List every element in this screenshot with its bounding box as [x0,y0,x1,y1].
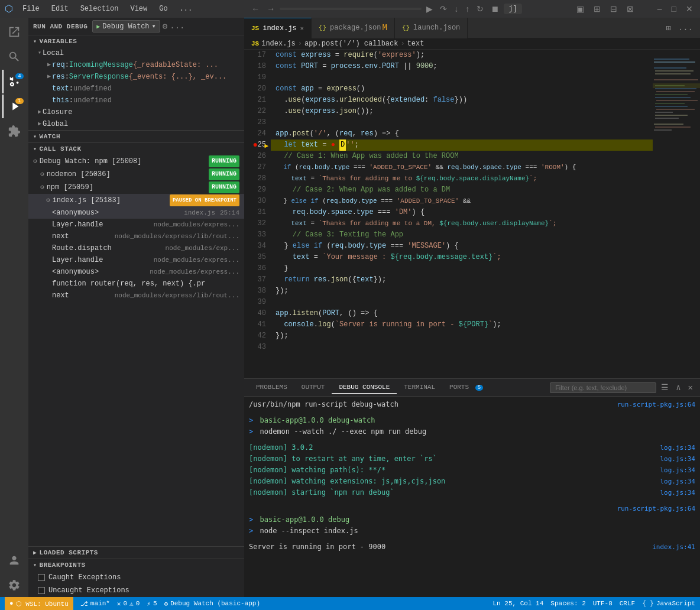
status-errors[interactable]: ✕ 0 ⚠ 0 [117,600,140,608]
status-debug-config[interactable]: ⚙ Debug Watch (basic-app) [164,600,260,608]
status-debug-indicator[interactable]: ● WSL: Ubuntu ⬡ WSL: Ubuntu [5,597,73,610]
link-log-1[interactable]: log.js:34 [660,442,695,453]
breakpoint-uncaught[interactable]: Uncaught Exceptions [28,584,244,597]
debug-step-into-button[interactable]: ↓ [452,3,461,15]
nav-back-button[interactable]: ← [249,3,262,15]
status-encoding[interactable]: UTF-8 [593,600,612,607]
breadcrumb-function[interactable]: app.post('/') callback [304,40,398,48]
callstack-nodemon[interactable]: ⚙ nodemon [25036] RUNNING [28,168,244,181]
debug-restart-button[interactable]: ↻ [474,3,486,15]
callstack-layer-handle-2[interactable]: Layer.handle node_modules/expres... [28,254,244,266]
layout-panel-button[interactable]: ⊟ [608,3,620,15]
debug-stop-button[interactable]: ⏹ [488,3,501,15]
debug-step-over-button[interactable]: ↷ [438,3,449,15]
callstack-npm[interactable]: ⚙ npm [25059] RUNNING [28,181,244,194]
breakpoints-header[interactable]: ▾ BREAKPOINTS [28,559,244,571]
layout-toggle-button[interactable]: ▣ [574,3,586,15]
link-index[interactable]: index.js:41 [652,541,695,553]
activity-extensions[interactable] [2,119,26,143]
loaded-scripts-section: ▶ LOADED SCRIPTS [28,546,244,559]
variable-req[interactable]: ▶ req : IncomingMessage {_readableState:… [28,59,244,71]
activity-search[interactable] [2,45,26,69]
status-debug-ports[interactable]: ⚡ 5 [147,600,157,608]
search-bar[interactable] [280,8,422,10]
nav-forward-button[interactable]: → [264,3,277,15]
activity-accounts[interactable] [2,549,26,572]
tab-indexjs[interactable]: JS index.js ✕ [244,18,312,38]
tab-output[interactable]: OUTPUT [294,381,332,394]
callstack-anonymous-1[interactable]: <anonymous> index.js 25:14 [28,207,244,219]
callstack-layer-handle-1[interactable]: Layer.handle node_modules/expres... [28,219,244,231]
callstack-fn-router[interactable]: function router(req, res, next) {.pr [28,278,244,290]
more-actions-button[interactable]: ... [676,22,695,34]
menu-file[interactable]: File [18,4,44,14]
callstack-next-1[interactable]: next node_modules/express/lib/rout... [28,231,244,242]
variables-closure-group[interactable]: ▶ Closure [28,106,244,118]
variable-this[interactable]: this : undefined [28,95,244,106]
link-log-2[interactable]: log.js:34 [660,453,695,465]
activity-run-debug[interactable]: 1 [2,95,26,118]
tab-launchjson[interactable]: {} launch.json [395,18,468,38]
link-log-4[interactable]: log.js:34 [660,476,695,487]
split-editor-button[interactable]: ⊞ [663,22,673,34]
menu-edit[interactable]: Edit [47,4,73,14]
variables-header[interactable]: ▾ VARIABLES [28,35,244,47]
breadcrumb-file[interactable]: index.js [261,40,296,48]
window-minimize-button[interactable]: – [655,3,665,15]
variables-local-group[interactable]: ▾ Local [28,47,244,59]
breakpoint-caught[interactable]: Caught Exceptions [28,571,244,584]
link-log-3[interactable]: log.js:34 [660,465,695,476]
tab-ports[interactable]: PORTS 5 [442,381,490,394]
debug-configuration-dropdown[interactable]: ▶ Debug Watch ▾ [92,20,160,33]
menu-more[interactable]: ... [175,4,197,14]
panel-close-button[interactable]: ✕ [686,381,695,394]
callstack-anonymous-2[interactable]: <anonymous> node_modules/express... [28,266,244,278]
status-position[interactable]: Ln 25, Col 14 [493,600,544,607]
callstack-route-dispatch[interactable]: Route.dispatch node_modules/exp... [28,242,244,254]
console-collapse-button[interactable]: ∧ [673,381,683,394]
activity-source-control[interactable]: 4 [2,70,26,93]
layout-split-button[interactable]: ⊞ [591,3,603,15]
menu-selection[interactable]: Selection [76,4,124,14]
callstack-next-2[interactable]: next node_modules/express/lib/rout... [28,290,244,301]
code-content[interactable]: const express = require('express'); cons… [271,50,653,378]
tab-packagejson[interactable]: {} package.json M [312,18,395,38]
menu-view[interactable]: View [125,4,152,14]
breadcrumb-var[interactable]: text [407,40,424,48]
watch-header[interactable]: ▾ WATCH [28,131,244,142]
menu-go[interactable]: Go [154,4,172,14]
debug-continue-button[interactable]: ▶ [424,3,435,15]
window-maximize-button[interactable]: □ [669,3,679,15]
callstack-indexjs[interactable]: ⚙ index.js [25183] PAUSED ON BREAKPOINT [28,194,244,207]
status-line-ending[interactable]: CRLF [620,600,635,607]
status-language[interactable]: { } JavaScript [642,600,695,607]
status-spaces[interactable]: Spaces: 2 [550,600,585,607]
activity-settings[interactable] [2,573,26,597]
layout-grid-button[interactable]: ⊠ [624,3,636,15]
link-log-5[interactable]: log.js:34 [660,487,695,498]
link-run-script[interactable]: run-script-pkg.js:64 [617,399,695,410]
console-clear-button[interactable]: ☰ [659,381,671,394]
code-editor: 17 18 19 20 21 22 23 24 ● 25 ▶ 26 27 28 [244,50,700,378]
tab-problems[interactable]: PROBLEMS [249,381,294,394]
variable-text[interactable]: text : undefined [28,83,244,95]
debug-more-button[interactable]: ... [170,21,184,31]
loaded-scripts-header[interactable]: ▶ LOADED SCRIPTS [28,547,244,559]
caught-checkbox[interactable] [38,574,45,581]
variable-res[interactable]: ▶ res : ServerResponse {_events: {...}, … [28,71,244,83]
status-branch[interactable]: ⎇ main* [80,600,110,608]
link-run-script-2[interactable]: run-script-pkg.js:64 [617,503,695,514]
uncaught-checkbox[interactable] [38,587,45,594]
activity-explorer[interactable] [2,20,26,44]
callstack-debug-watch[interactable]: ⚙ Debug Watch: npm [25008] RUNNING [28,155,244,168]
tab-close-indexjs[interactable]: ✕ [300,25,304,32]
console-line-blank-link: run-script-pkg.js:64 [249,503,695,514]
callstack-header[interactable]: ▾ CALL STACK [28,143,244,155]
window-close-button[interactable]: ✕ [683,3,695,15]
tab-terminal[interactable]: TERMINAL [397,381,442,394]
debug-settings-button[interactable]: ⚙ [163,21,167,31]
tab-debug-console[interactable]: DEBUG CONSOLE [332,381,397,394]
debug-step-out-button[interactable]: ↑ [463,3,472,15]
console-filter-input[interactable] [550,382,656,393]
variables-global-group[interactable]: ▶ Global [28,118,244,130]
